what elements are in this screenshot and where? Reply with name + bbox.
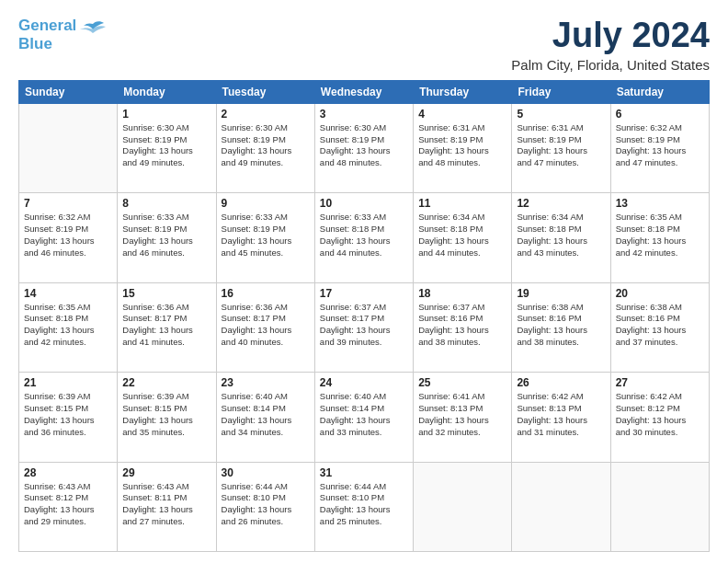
calendar-cell: 9Sunrise: 6:33 AMSunset: 8:19 PMDaylight…: [216, 193, 314, 282]
calendar-cell: 18Sunrise: 6:37 AMSunset: 8:16 PMDayligh…: [414, 282, 512, 372]
day-number: 10: [320, 197, 408, 210]
day-number: 3: [320, 108, 408, 121]
day-info: Sunrise: 6:33 AMSunset: 8:19 PMDaylight:…: [222, 212, 310, 259]
calendar-cell: [512, 462, 610, 551]
day-info: Sunrise: 6:35 AMSunset: 8:18 PMDaylight:…: [616, 212, 704, 259]
calendar-cell: 15Sunrise: 6:36 AMSunset: 8:17 PMDayligh…: [118, 282, 216, 372]
calendar-cell: 22Sunrise: 6:39 AMSunset: 8:15 PMDayligh…: [118, 373, 216, 462]
day-info: Sunrise: 6:43 AMSunset: 8:12 PMDaylight:…: [24, 481, 112, 528]
calendar-cell: 7Sunrise: 6:32 AMSunset: 8:19 PMDaylight…: [19, 193, 118, 282]
day-info: Sunrise: 6:31 AMSunset: 8:19 PMDaylight:…: [517, 122, 605, 169]
logo-general: General: [18, 17, 76, 34]
calendar-cell: 29Sunrise: 6:43 AMSunset: 8:11 PMDayligh…: [118, 462, 216, 551]
day-info: Sunrise: 6:39 AMSunset: 8:15 PMDaylight:…: [24, 391, 112, 438]
day-number: 12: [517, 197, 605, 210]
day-info: Sunrise: 6:34 AMSunset: 8:18 PMDaylight:…: [418, 212, 506, 259]
logo-blue: Blue: [18, 35, 52, 52]
day-info: Sunrise: 6:33 AMSunset: 8:18 PMDaylight:…: [320, 212, 408, 259]
calendar-cell: 10Sunrise: 6:33 AMSunset: 8:18 PMDayligh…: [314, 193, 413, 282]
calendar-cell: 26Sunrise: 6:42 AMSunset: 8:13 PMDayligh…: [512, 373, 610, 462]
calendar-week-5: 28Sunrise: 6:43 AMSunset: 8:12 PMDayligh…: [19, 462, 710, 551]
day-number: 26: [517, 376, 605, 389]
day-header-friday: Friday: [512, 80, 610, 103]
day-header-monday: Monday: [118, 80, 216, 103]
calendar-header-row: SundayMondayTuesdayWednesdayThursdayFrid…: [19, 80, 710, 103]
day-info: Sunrise: 6:37 AMSunset: 8:17 PMDaylight:…: [320, 302, 408, 349]
calendar-cell: 6Sunrise: 6:32 AMSunset: 8:19 PMDaylight…: [610, 103, 709, 192]
calendar-cell: 25Sunrise: 6:41 AMSunset: 8:13 PMDayligh…: [414, 373, 512, 462]
day-number: 14: [24, 287, 112, 300]
day-info: Sunrise: 6:32 AMSunset: 8:19 PMDaylight:…: [24, 212, 112, 259]
day-number: 22: [122, 376, 210, 389]
day-number: 15: [122, 287, 210, 300]
calendar-cell: 17Sunrise: 6:37 AMSunset: 8:17 PMDayligh…: [314, 282, 413, 372]
calendar-cell: 27Sunrise: 6:42 AMSunset: 8:12 PMDayligh…: [610, 373, 709, 462]
day-number: 18: [418, 287, 506, 300]
day-info: Sunrise: 6:34 AMSunset: 8:18 PMDaylight:…: [517, 212, 605, 259]
day-info: Sunrise: 6:30 AMSunset: 8:19 PMDaylight:…: [320, 122, 408, 169]
day-info: Sunrise: 6:35 AMSunset: 8:18 PMDaylight:…: [24, 302, 112, 349]
calendar-week-4: 21Sunrise: 6:39 AMSunset: 8:15 PMDayligh…: [19, 373, 710, 462]
logo: GeneralBlue: [18, 17, 106, 53]
day-info: Sunrise: 6:42 AMSunset: 8:13 PMDaylight:…: [517, 391, 605, 438]
calendar-cell: [610, 462, 709, 551]
day-number: 13: [616, 197, 704, 210]
day-info: Sunrise: 6:38 AMSunset: 8:16 PMDaylight:…: [517, 302, 605, 349]
calendar-cell: 2Sunrise: 6:30 AMSunset: 8:19 PMDaylight…: [216, 103, 314, 192]
day-number: 25: [418, 376, 506, 389]
day-info: Sunrise: 6:43 AMSunset: 8:11 PMDaylight:…: [122, 481, 210, 528]
location-subtitle: Palm City, Florida, United States: [511, 57, 710, 73]
day-header-wednesday: Wednesday: [314, 80, 413, 103]
calendar-cell: 14Sunrise: 6:35 AMSunset: 8:18 PMDayligh…: [19, 282, 118, 372]
day-info: Sunrise: 6:38 AMSunset: 8:16 PMDaylight:…: [616, 302, 704, 349]
page-header: GeneralBlue July 2024 Palm City, Florida…: [18, 17, 710, 73]
day-number: 30: [222, 466, 310, 479]
day-number: 11: [418, 197, 506, 210]
main-title: July 2024: [511, 17, 710, 55]
day-number: 9: [222, 197, 310, 210]
calendar-cell: 3Sunrise: 6:30 AMSunset: 8:19 PMDaylight…: [314, 103, 413, 192]
day-info: Sunrise: 6:40 AMSunset: 8:14 PMDaylight:…: [222, 391, 310, 438]
day-number: 31: [320, 466, 408, 479]
day-info: Sunrise: 6:32 AMSunset: 8:19 PMDaylight:…: [616, 122, 704, 169]
calendar-cell: 5Sunrise: 6:31 AMSunset: 8:19 PMDaylight…: [512, 103, 610, 192]
calendar-cell: 11Sunrise: 6:34 AMSunset: 8:18 PMDayligh…: [414, 193, 512, 282]
calendar-cell: 1Sunrise: 6:30 AMSunset: 8:19 PMDaylight…: [118, 103, 216, 192]
day-info: Sunrise: 6:30 AMSunset: 8:19 PMDaylight:…: [122, 122, 210, 169]
title-block: July 2024 Palm City, Florida, United Sta…: [511, 17, 710, 73]
day-header-saturday: Saturday: [610, 80, 709, 103]
day-info: Sunrise: 6:36 AMSunset: 8:17 PMDaylight:…: [222, 302, 310, 349]
day-number: 29: [122, 466, 210, 479]
day-number: 21: [24, 376, 112, 389]
calendar-cell: 24Sunrise: 6:40 AMSunset: 8:14 PMDayligh…: [314, 373, 413, 462]
day-number: 19: [517, 287, 605, 300]
calendar-cell: 31Sunrise: 6:44 AMSunset: 8:10 PMDayligh…: [314, 462, 413, 551]
day-number: 8: [122, 197, 210, 210]
calendar-cell: 28Sunrise: 6:43 AMSunset: 8:12 PMDayligh…: [19, 462, 118, 551]
day-number: 5: [517, 108, 605, 121]
calendar-cell: 16Sunrise: 6:36 AMSunset: 8:17 PMDayligh…: [216, 282, 314, 372]
day-number: 6: [616, 108, 704, 121]
day-number: 23: [222, 376, 310, 389]
day-number: 1: [122, 108, 210, 121]
day-number: 17: [320, 287, 408, 300]
calendar-week-1: 1Sunrise: 6:30 AMSunset: 8:19 PMDaylight…: [19, 103, 710, 192]
calendar-cell: 8Sunrise: 6:33 AMSunset: 8:19 PMDaylight…: [118, 193, 216, 282]
day-info: Sunrise: 6:42 AMSunset: 8:12 PMDaylight:…: [616, 391, 704, 438]
day-header-tuesday: Tuesday: [216, 80, 314, 103]
calendar-cell: 30Sunrise: 6:44 AMSunset: 8:10 PMDayligh…: [216, 462, 314, 551]
calendar-cell: 23Sunrise: 6:40 AMSunset: 8:14 PMDayligh…: [216, 373, 314, 462]
calendar-week-3: 14Sunrise: 6:35 AMSunset: 8:18 PMDayligh…: [19, 282, 710, 372]
day-number: 16: [222, 287, 310, 300]
calendar-cell: [19, 103, 118, 192]
calendar-table: SundayMondayTuesdayWednesdayThursdayFrid…: [18, 80, 710, 552]
day-info: Sunrise: 6:30 AMSunset: 8:19 PMDaylight:…: [222, 122, 310, 169]
calendar-page: GeneralBlue July 2024 Palm City, Florida…: [0, 0, 728, 563]
day-header-thursday: Thursday: [414, 80, 512, 103]
calendar-cell: 13Sunrise: 6:35 AMSunset: 8:18 PMDayligh…: [610, 193, 709, 282]
logo-text: GeneralBlue: [18, 17, 76, 53]
day-info: Sunrise: 6:37 AMSunset: 8:16 PMDaylight:…: [418, 302, 506, 349]
day-info: Sunrise: 6:40 AMSunset: 8:14 PMDaylight:…: [320, 391, 408, 438]
calendar-week-2: 7Sunrise: 6:32 AMSunset: 8:19 PMDaylight…: [19, 193, 710, 282]
calendar-cell: 19Sunrise: 6:38 AMSunset: 8:16 PMDayligh…: [512, 282, 610, 372]
